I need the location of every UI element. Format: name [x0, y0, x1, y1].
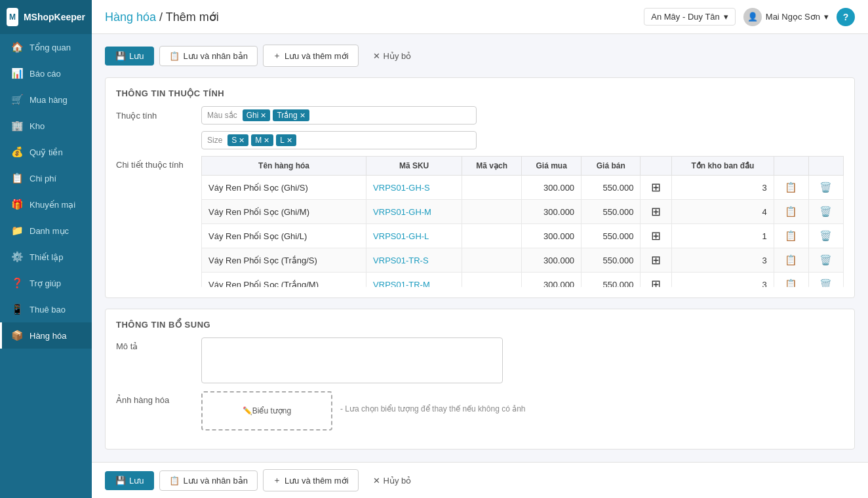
cell-ton-kho: 3 — [672, 176, 774, 200]
bottom-copy-icon: 📋 — [169, 476, 180, 486]
breadcrumb-link[interactable]: Hàng hóa — [105, 10, 156, 24]
cell-sku: VRPS01-TR-M — [366, 273, 462, 288]
khuyen-mai-icon: 🎁 — [11, 199, 23, 210]
bottom-save-icon: 💾 — [115, 476, 126, 486]
mua-hang-icon: 🛒 — [11, 94, 23, 105]
user-name: Mai Ngọc Sơn — [766, 12, 820, 22]
cell-ton-kho: 1 — [672, 224, 774, 248]
sidebar-item-quy-tien[interactable]: 💰Quỹ tiền — [0, 139, 92, 165]
chi-tiet-row: Chi tiết thuộc tính Tên hàng hóa Mã SKU … — [116, 156, 844, 287]
bottom-save-new-button[interactable]: ＋ Lưu và thêm mới — [263, 469, 359, 491]
cell-copy-btn[interactable]: 📋 — [774, 248, 808, 273]
attribute-label: Thuộc tính — [116, 111, 201, 121]
tag-trang-close[interactable]: ✕ — [300, 111, 306, 120]
sidebar-item-chi-phi[interactable]: 📋Chi phí — [0, 165, 92, 191]
cell-barcode-icon[interactable]: ⊞ — [641, 200, 672, 224]
save-copy-button[interactable]: 📋 Lưu và nhân bản — [159, 46, 257, 66]
bottom-toolbar: 💾 Lưu 📋 Lưu và nhân bản ＋ Lưu và thêm mớ… — [92, 462, 868, 498]
cell-copy-btn[interactable]: 📋 — [774, 200, 808, 224]
sidebar-item-thiet-lap[interactable]: ⚙️Thiết lập — [0, 244, 92, 270]
cell-delete-btn[interactable]: 🗑️ — [808, 200, 843, 224]
cell-delete-btn[interactable]: 🗑️ — [808, 248, 843, 273]
help-button[interactable]: ? — [837, 8, 855, 26]
breadcrumb-separator: / — [159, 10, 163, 24]
tag-l: L ✕ — [276, 134, 296, 146]
cell-gia-mua: 300.000 — [522, 248, 582, 273]
save-new-button[interactable]: ＋ Lưu và thêm mới — [263, 45, 359, 67]
thue-bao-icon: 📱 — [11, 303, 23, 315]
chi-phi-icon: 📋 — [11, 172, 23, 184]
cell-delete-btn[interactable]: 🗑️ — [808, 273, 843, 288]
mo-ta-row: Mô tả — [116, 337, 844, 383]
size-input[interactable]: Size S ✕ M ✕ L ✕ — [201, 131, 477, 149]
sidebar-label-bao-cao: Báo cáo — [30, 69, 61, 79]
bao-cao-icon: 📊 — [11, 67, 23, 79]
cell-copy-btn[interactable]: 📋 — [774, 224, 808, 248]
cell-barcode — [462, 248, 522, 273]
cancel-button[interactable]: ✕ Hủy bỏ — [364, 47, 421, 66]
cell-ton-kho: 4 — [672, 200, 774, 224]
tag-m: M ✕ — [251, 134, 273, 146]
cell-delete-btn[interactable]: 🗑️ — [808, 224, 843, 248]
col-gia-mua: Giá mua — [522, 157, 582, 176]
save-button[interactable]: 💾 Lưu — [105, 47, 154, 66]
col-action1 — [774, 157, 808, 176]
image-upload-area[interactable]: ✏️ Biểu tượng — [201, 391, 332, 431]
attributes-section: THÔNG TIN THUỘC TÍNH Thuộc tính Màu sắc … — [105, 77, 855, 298]
cell-copy-btn[interactable]: 📋 — [774, 273, 808, 288]
bieu-tuong-icon: ✏️ — [243, 406, 252, 415]
logo-text: MShopKeeper — [24, 12, 85, 22]
cell-delete-btn[interactable]: 🗑️ — [808, 176, 843, 200]
cell-barcode-icon[interactable]: ⊞ — [641, 176, 672, 200]
store-selector[interactable]: An Mây - Duy Tân ▾ — [644, 8, 736, 26]
cell-barcode-icon[interactable]: ⊞ — [641, 248, 672, 273]
cell-ton-kho: 3 — [672, 248, 774, 273]
avatar: 👤 — [743, 8, 762, 26]
table-row: Váy Ren Phối Sọc (Trắng/M) VRPS01-TR-M 3… — [202, 273, 844, 288]
tag-s-close[interactable]: ✕ — [239, 136, 245, 145]
tag-ghi: Ghi ✕ — [243, 109, 271, 121]
bieu-tuong-label: Biểu tượng — [252, 406, 291, 415]
cell-sku: VRPS01-GH-M — [366, 200, 462, 224]
cell-sku: VRPS01-TR-S — [366, 248, 462, 273]
sidebar-item-hang-hoa[interactable]: 📦Hàng hóa — [0, 322, 92, 349]
tag-s: S ✕ — [227, 134, 248, 146]
bottom-cancel-icon: ✕ — [373, 476, 380, 486]
cell-barcode-icon[interactable]: ⊞ — [641, 224, 672, 248]
bottom-save-copy-button[interactable]: 📋 Lưu và nhân bản — [159, 470, 257, 491]
sidebar-item-kho[interactable]: 🏢Kho — [0, 113, 92, 139]
sidebar-item-mua-hang[interactable]: 🛒Mua hàng — [0, 86, 92, 113]
cell-gia-ban: 550.000 — [582, 176, 641, 200]
sidebar-item-tro-giup[interactable]: ❓Trợ giúp — [0, 270, 92, 296]
sidebar-item-khuyen-mai[interactable]: 🎁Khuyến mại — [0, 191, 92, 218]
cell-barcode-icon[interactable]: ⊞ — [641, 273, 672, 288]
cancel-icon: ✕ — [373, 51, 380, 61]
cell-barcode — [462, 224, 522, 248]
cell-ton-kho: 3 — [672, 273, 774, 288]
variants-table-wrapper[interactable]: Tên hàng hóa Mã SKU Mã vạch Giá mua Giá … — [201, 156, 844, 287]
user-info[interactable]: 👤 Mai Ngọc Sơn ▾ — [743, 8, 829, 26]
additional-section-title: THÔNG TIN BỔ SUNG — [116, 320, 844, 330]
sidebar-label-chi-phi: Chi phí — [30, 174, 56, 183]
cell-barcode — [462, 200, 522, 224]
tag-m-close[interactable]: ✕ — [264, 136, 269, 145]
mo-ta-textarea[interactable] — [201, 337, 503, 383]
sidebar-label-hang-hoa: Hàng hóa — [30, 331, 66, 341]
sidebar-item-danh-muc[interactable]: 📁Danh mục — [0, 218, 92, 244]
cell-name: Váy Ren Phối Sọc (Trắng/S) — [202, 248, 366, 273]
mau-sac-input[interactable]: Màu sắc Ghi ✕ Trắng ✕ — [201, 106, 477, 125]
sidebar-item-bao-cao[interactable]: 📊Báo cáo — [0, 60, 92, 86]
tag-ghi-close[interactable]: ✕ — [260, 111, 266, 120]
main-content: Hàng hóa / Thêm mới An Mây - Duy Tân ▾ 👤… — [92, 0, 868, 498]
bottom-save-button[interactable]: 💾 Lưu — [105, 471, 154, 490]
sidebar-item-thue-bao[interactable]: 📱Thuê bao — [0, 296, 92, 322]
cell-copy-btn[interactable]: 📋 — [774, 176, 808, 200]
mau-sac-name: Màu sắc — [207, 111, 237, 120]
tag-l-close[interactable]: ✕ — [286, 136, 292, 145]
table-row: Váy Ren Phối Sọc (Ghi/L) VRPS01-GH-L 300… — [202, 224, 844, 248]
attributes-section-title: THÔNG TIN THUỘC TÍNH — [116, 88, 844, 98]
sidebar-item-tong-quan[interactable]: 🏠Tổng quan — [0, 34, 92, 60]
danh-muc-icon: 📁 — [11, 225, 23, 237]
bottom-cancel-button[interactable]: ✕ Hủy bỏ — [364, 471, 421, 490]
tag-trang: Trắng ✕ — [273, 109, 309, 121]
